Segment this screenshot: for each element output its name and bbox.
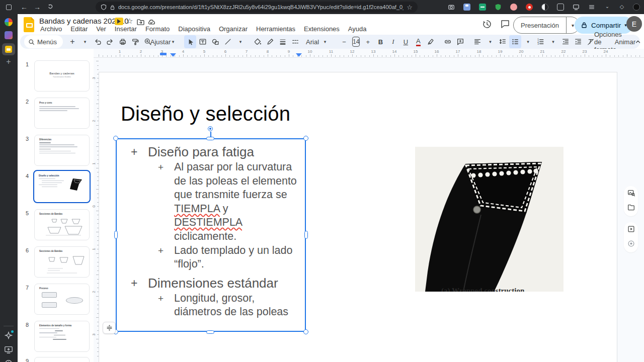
print-button[interactable]	[117, 35, 129, 48]
animate-button[interactable]: Animar	[619, 35, 631, 48]
menu-editar[interactable]: Editar	[70, 25, 88, 33]
version-history-icon[interactable]	[482, 19, 492, 29]
url-bar[interactable]: docs.google.com/presentation/d/1ft1ySNtX…	[96, 2, 418, 13]
insert-shape-button[interactable]	[209, 35, 221, 48]
resize-handle-nw[interactable]	[113, 136, 118, 141]
menu-herramientas[interactable]: Herramientas	[256, 25, 295, 33]
speaker-notes-toggle-button[interactable]	[103, 322, 116, 334]
resize-handle-se[interactable]	[303, 329, 308, 334]
fill-color-button[interactable]	[252, 35, 264, 48]
window-icon[interactable]	[6, 5, 12, 10]
video-play-icon[interactable]	[627, 225, 635, 233]
resize-handle-e[interactable]	[304, 231, 308, 239]
new-slide-caret-icon[interactable]: ▾	[79, 35, 91, 48]
font-family-caret-icon[interactable]: ▾	[319, 35, 331, 48]
undo-button[interactable]	[92, 35, 104, 48]
ruler-indent-triangle[interactable]	[296, 53, 302, 57]
collapse-toolbar-icon[interactable]	[632, 35, 644, 48]
thumbnail-slide-6[interactable]: Secciones de Bandas	[34, 246, 90, 278]
font-size-input[interactable]: 14	[352, 37, 360, 47]
border-weight-button[interactable]	[277, 35, 289, 48]
insert-line-caret-icon[interactable]: ▾	[234, 35, 247, 48]
thumbnail-slide-5[interactable]: Secciones de Bandas	[34, 209, 90, 240]
thumbnail-slide-8[interactable]: Elementos de tamaño y forma	[34, 321, 90, 352]
app-icon-blue[interactable]	[5, 31, 13, 39]
bulleted-list-button[interactable]	[509, 35, 521, 48]
menu-formato[interactable]: Formato	[145, 25, 170, 33]
move-folder-icon[interactable]	[137, 19, 144, 25]
highlight-color-button[interactable]	[425, 35, 437, 48]
italic-button[interactable]: I	[387, 35, 399, 48]
thumbnail-slide-9[interactable]	[34, 357, 90, 362]
extension-icon-pink[interactable]	[510, 4, 517, 11]
extension-icon-red[interactable]	[526, 4, 533, 11]
decrease-indent-button[interactable]	[559, 35, 572, 48]
align-caret-icon[interactable]: ▾	[484, 35, 496, 48]
reload-button[interactable]	[44, 3, 57, 12]
chevron-down-icon[interactable]: ⌄	[604, 4, 611, 11]
resize-handle-w[interactable]	[114, 231, 118, 239]
align-button[interactable]	[471, 35, 484, 48]
extension-icon-green-book[interactable]	[479, 4, 486, 11]
toolbar-menus-button[interactable]: Menús	[24, 35, 63, 48]
paint-format-button[interactable]	[129, 35, 141, 48]
thumbnail-slide-1[interactable]: Bandas y cadenas Transmisiones flexibles	[34, 60, 90, 92]
ruler-indent-triangle[interactable]	[170, 53, 176, 57]
vbelt-image[interactable]: (a) Wrapped construction	[415, 147, 564, 292]
back-button[interactable]: ←	[18, 3, 31, 11]
browser-profile-icon[interactable]	[633, 4, 640, 11]
insert-line-button[interactable]	[222, 35, 234, 48]
active-tab-highlight[interactable]	[2, 43, 15, 55]
camera-extension-icon[interactable]	[448, 4, 455, 11]
ruler-indent-marker[interactable]	[160, 53, 167, 55]
bold-button[interactable]: B	[374, 35, 386, 48]
fit-zoom-caret-icon[interactable]: ▾	[167, 35, 179, 48]
border-dash-button[interactable]	[289, 35, 301, 48]
menu-ayuda[interactable]: Ayuda	[348, 25, 367, 33]
menu-ver[interactable]: Ver	[96, 25, 106, 33]
insert-link-button[interactable]	[442, 35, 454, 48]
comments-icon[interactable]	[500, 19, 510, 29]
border-color-button[interactable]	[264, 35, 276, 48]
thumbnail-slide-4-selected[interactable]: Diseño y selección	[33, 170, 91, 203]
app-icon-colorful[interactable]	[5, 18, 13, 26]
slide-title[interactable]: Diseño y selección	[121, 103, 290, 125]
numbered-list-button[interactable]: 123	[534, 35, 546, 48]
menu-diapositiva[interactable]: Diapositiva	[178, 25, 210, 33]
fit-zoom-button[interactable]: Ajustar	[154, 35, 167, 48]
thumbnail-slide-7[interactable]: Proceso	[34, 284, 90, 315]
redo-button[interactable]	[104, 35, 116, 48]
forward-button[interactable]: →	[31, 3, 44, 11]
slide-text-box[interactable]: +Diseño para fatiga +Al pasar por la cur…	[116, 138, 306, 332]
present-button[interactable]: Presentación ▾	[513, 17, 580, 34]
bulleted-list-caret-icon[interactable]: ▾	[522, 35, 534, 48]
rotation-handle[interactable]	[208, 126, 213, 131]
cast-icon[interactable]	[573, 4, 580, 11]
text-color-button[interactable]: A	[412, 35, 424, 48]
extension-icon-box[interactable]	[557, 4, 564, 11]
thumbnail-slide-2[interactable]: Pros y cons	[34, 98, 90, 129]
star-document-icon[interactable]: ☆	[126, 17, 133, 26]
text-box-button[interactable]	[197, 35, 209, 48]
menu-archivo[interactable]: Archivo	[40, 25, 62, 33]
select-tool-button[interactable]	[184, 35, 196, 48]
slides-logo-icon[interactable]	[23, 17, 36, 33]
image-search-icon[interactable]	[627, 189, 635, 197]
extension-icon-halfmoon[interactable]	[541, 4, 548, 11]
cloud-status-icon[interactable]	[147, 19, 155, 25]
account-avatar[interactable]: E	[626, 16, 642, 32]
menu-extensiones[interactable]: Extensiones	[304, 25, 340, 33]
underline-button[interactable]: U	[399, 35, 412, 48]
resize-handle-n[interactable]	[206, 137, 214, 140]
font-family-selector[interactable]: Arial	[306, 35, 318, 48]
new-tab-button[interactable]: +	[5, 57, 13, 66]
extensions-menu-icon[interactable]	[588, 4, 595, 11]
bookmark-star-icon[interactable]: ☆	[407, 4, 413, 11]
sparkle-ai-icon[interactable]	[4, 331, 13, 340]
extension-icon-shield[interactable]	[495, 4, 502, 11]
folder-icon[interactable]	[627, 204, 635, 211]
increase-indent-button[interactable]	[572, 35, 584, 48]
numbered-list-caret-icon[interactable]: ▾	[547, 35, 559, 48]
line-spacing-button[interactable]	[497, 35, 509, 48]
insert-comment-button[interactable]	[454, 35, 466, 48]
